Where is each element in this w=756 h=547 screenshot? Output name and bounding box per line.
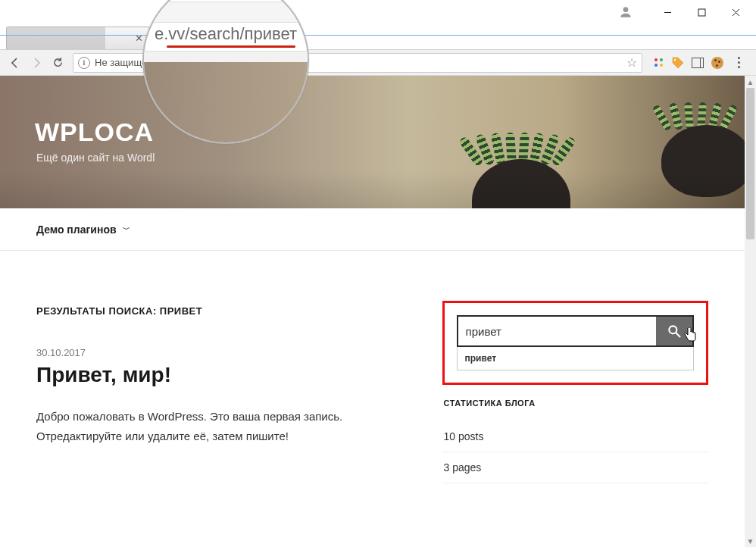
- page-viewport: WPLOCA Ещё один сайт на Wordl Демо плаги…: [0, 76, 756, 547]
- scrollbar-thumb[interactable]: [746, 88, 754, 239]
- window-close-button[interactable]: [719, 1, 753, 23]
- reload-button[interactable]: [47, 52, 68, 73]
- chevron-down-icon: ﹀: [123, 224, 130, 235]
- browser-toolbar: i Не защищен ☆: [0, 50, 756, 76]
- post-date: 30.10.2017: [36, 347, 397, 358]
- search-suggestion[interactable]: привет: [457, 347, 694, 370]
- magnifier-underline: [167, 45, 295, 48]
- svg-point-5: [674, 58, 676, 60]
- extension-icon-tag[interactable]: [671, 56, 685, 70]
- forward-button[interactable]: [26, 52, 47, 73]
- primary-nav: Демо плагинов ﹀: [0, 208, 745, 251]
- bookmark-star-icon[interactable]: ☆: [626, 55, 637, 70]
- site-tagline: Ещё один сайт на Wordl: [36, 152, 155, 164]
- post-title[interactable]: Привет, мир!: [36, 363, 397, 387]
- search-submit-button[interactable]: [656, 317, 692, 345]
- search-input[interactable]: [458, 317, 656, 345]
- nav-item-label: Демо плагинов: [36, 223, 117, 236]
- search-results-header: РЕЗУЛЬТАТЫ ПОИСКА: ПРИВЕТ: [36, 305, 397, 317]
- extension-icon-panel[interactable]: [691, 56, 704, 70]
- stat-pages: 3 pages: [442, 452, 708, 483]
- page-content: РЕЗУЛЬТАТЫ ПОИСКА: ПРИВЕТ 30.10.2017 При…: [0, 251, 745, 483]
- magnifier-url-text: e.vv/search/привет: [144, 24, 308, 44]
- window-minimize-button[interactable]: [651, 1, 685, 23]
- back-button[interactable]: [5, 52, 26, 73]
- window-maximize-button[interactable]: [685, 1, 719, 23]
- vertical-scrollbar[interactable]: ▲ ▼: [745, 76, 756, 547]
- browser-tab-strip: ✕: [0, 24, 756, 50]
- main-column: РЕЗУЛЬТАТЫ ПОИСКА: ПРИВЕТ 30.10.2017 При…: [36, 305, 397, 483]
- search-form: [457, 315, 694, 347]
- browser-menu-icon[interactable]: [730, 57, 747, 68]
- post-excerpt: Добро пожаловать в WordPress. Это ваша п…: [36, 407, 397, 445]
- extension-icon-dots[interactable]: [651, 56, 665, 70]
- sidebar-column: привет СТАТИСТИКА БЛОГА 10 posts 3 pages: [442, 305, 708, 483]
- extension-icon-cookie[interactable]: [711, 56, 724, 70]
- stat-posts: 10 posts: [442, 421, 708, 452]
- tab-redacted-area: [7, 27, 105, 49]
- annotation-line: [0, 35, 756, 36]
- site-info-icon[interactable]: i: [78, 57, 90, 69]
- svg-point-0: [623, 7, 629, 12]
- cursor-hand-icon: [683, 327, 697, 345]
- nav-item-demo-plugins[interactable]: Демо плагинов ﹀: [36, 223, 130, 236]
- extension-icons: [647, 56, 751, 70]
- svg-line-7: [676, 333, 680, 337]
- scroll-down-arrow[interactable]: ▼: [745, 535, 756, 547]
- header-plant-image-2: [639, 76, 745, 205]
- browser-tab[interactable]: ✕: [6, 27, 150, 49]
- header-plant-image: [442, 91, 593, 208]
- user-profile-icon[interactable]: [616, 2, 636, 22]
- site-title[interactable]: WPLOCA: [35, 117, 154, 147]
- site-header: WPLOCA Ещё один сайт на Wordl: [0, 76, 745, 208]
- search-widget-highlight: привет: [442, 301, 708, 385]
- svg-rect-2: [698, 9, 705, 16]
- widget-title-stats: СТАТИСТИКА БЛОГА: [444, 399, 708, 408]
- scroll-up-arrow[interactable]: ▲: [745, 76, 756, 88]
- os-titlebar: [0, 0, 756, 24]
